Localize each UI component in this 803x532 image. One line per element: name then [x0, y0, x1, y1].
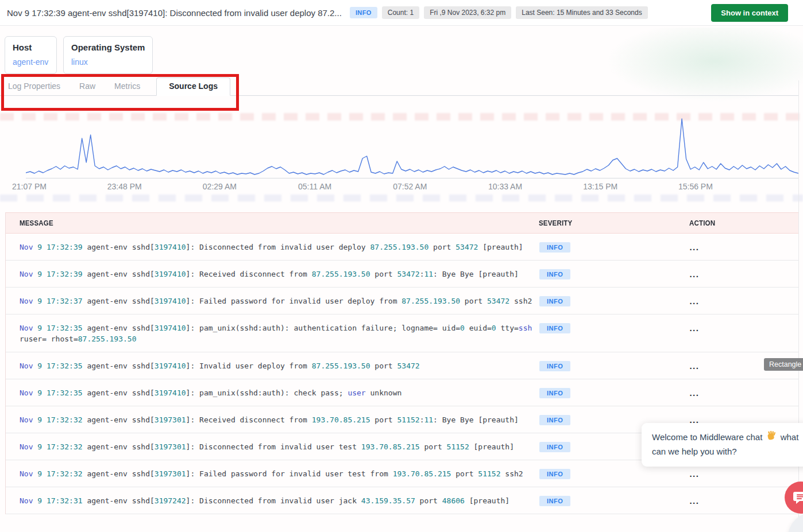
rectangle-tooltip: Rectangle — [764, 358, 803, 371]
event-title: Nov 9 17:32:39 agent-env sshd[3197410]: … — [7, 8, 342, 18]
wave-emoji-icon — [766, 430, 777, 445]
column-header-severity: SEVERITY — [539, 219, 678, 227]
source-logs-table: MESSAGE SEVERITY ACTION Nov 9 17:32:39 a… — [5, 212, 798, 514]
tab-source-logs[interactable]: Source Logs — [156, 77, 230, 96]
os-card-value[interactable]: linux — [71, 57, 145, 67]
chat-bubble-icon — [793, 490, 803, 505]
log-message: Nov 9 17:32:39 agent-env sshd[3197410]: … — [6, 269, 539, 279]
chart-x-axis-labels: 21:07 PM23:48 PM02:29 AM05:11 AM07:52 AM… — [0, 182, 803, 191]
table-row: Nov 9 17:32:31 agent-env sshd[3197242]: … — [6, 487, 798, 514]
axis-tick-label: 21:07 PM — [12, 182, 47, 191]
log-volume-chart — [26, 114, 798, 178]
log-message: Nov 9 17:32:32 agent-env sshd[3197301]: … — [6, 468, 539, 479]
log-message: Nov 9 17:32:35 agent-env sshd[3197410]: … — [6, 387, 539, 398]
log-detail-panel: Nov 9 17:32:39 agent-env sshd[3197410]: … — [0, 0, 803, 532]
axis-tick-label: 07:52 AM — [393, 182, 427, 191]
row-actions-menu-button[interactable]: ... — [689, 269, 699, 279]
tab-log-properties[interactable]: Log Properties — [8, 78, 60, 95]
table-row: Nov 9 17:32:35 agent-env sshd[3197410]: … — [6, 314, 798, 352]
log-volume-sparkline — [26, 114, 798, 178]
log-message: Nov 9 17:32:39 agent-env sshd[3197410]: … — [6, 242, 539, 253]
row-actions-menu-button[interactable]: ... — [689, 496, 699, 506]
os-card: Operating System linux — [63, 36, 153, 74]
detail-tabs: Log PropertiesRawMetricsSource Logs — [0, 79, 798, 96]
severity-badge: INFO — [539, 323, 570, 333]
chat-welcome-bubble[interactable]: Welcome to Middleware chat what can we h… — [642, 423, 803, 467]
severity-badge: INFO — [539, 269, 570, 279]
row-actions-menu-button[interactable]: ... — [689, 361, 699, 371]
severity-badge: INFO — [539, 415, 570, 425]
ghost-artifact-strip — [0, 195, 803, 201]
row-actions-menu-button[interactable]: ... — [689, 323, 699, 333]
table-row: Nov 9 17:32:39 agent-env sshd[3197410]: … — [6, 261, 798, 288]
log-message: Nov 9 17:32:32 agent-env sshd[3197301]: … — [6, 414, 539, 425]
table-row: Nov 9 17:32:39 agent-env sshd[3197410]: … — [6, 234, 798, 261]
axis-tick-label: 02:29 AM — [203, 182, 237, 191]
row-actions-menu-button[interactable]: ... — [689, 296, 699, 306]
show-in-context-button[interactable]: Show in context — [711, 4, 788, 22]
chart-x-axis — [26, 178, 798, 178]
host-card-label: Host — [13, 42, 49, 52]
os-card-label: Operating System — [71, 42, 145, 52]
severity-badge: INFO — [539, 442, 570, 452]
column-header-action: ACTION — [678, 219, 798, 227]
severity-badge: INFO — [539, 242, 570, 253]
table-row: Nov 9 17:32:35 agent-env sshd[3197410]: … — [6, 379, 798, 406]
log-message: Nov 9 17:32:31 agent-env sshd[3197242]: … — [6, 495, 539, 506]
row-actions-menu-button[interactable]: ... — [689, 469, 699, 479]
axis-tick-label: 13:15 PM — [583, 182, 617, 191]
axis-tick-label: 15:56 PM — [678, 182, 713, 191]
last-seen-badge: Last Seen: 15 Minutes and 33 Seconds — [516, 6, 647, 19]
host-card: Host agent-env — [5, 36, 57, 74]
table-row: Nov 9 17:32:35 agent-env sshd[3197410]: … — [6, 352, 798, 379]
axis-tick-label: 05:11 AM — [298, 182, 331, 191]
log-message: Nov 9 17:32:37 agent-env sshd[3197410]: … — [6, 296, 539, 306]
table-row: Nov 9 17:32:37 agent-env sshd[3197410]: … — [6, 288, 798, 314]
severity-badge: INFO — [539, 496, 570, 506]
log-message: Nov 9 17:32:35 agent-env sshd[3197410]: … — [6, 323, 539, 344]
date-badge: Fri ,9 Nov 2023, 6:32 pm — [424, 6, 511, 19]
info-cards: Host agent-env Operating System linux — [5, 36, 153, 74]
chat-avatar-placeholder — [788, 512, 803, 532]
row-actions-menu-button[interactable]: ... — [689, 388, 699, 398]
severity-badge: INFO — [539, 361, 570, 371]
host-card-value[interactable]: agent-env — [13, 57, 49, 67]
tab-metrics[interactable]: Metrics — [114, 78, 140, 95]
table-header-row: MESSAGE SEVERITY ACTION — [6, 212, 798, 234]
severity-badge: INFO — [350, 7, 377, 18]
log-message: Nov 9 17:32:32 agent-env sshd[3197301]: … — [6, 441, 539, 452]
chat-message-part1: Welcome to Middleware chat — [652, 432, 762, 442]
axis-tick-label: 23:48 PM — [107, 182, 142, 191]
column-header-message: MESSAGE — [6, 219, 539, 227]
row-actions-menu-button[interactable]: ... — [689, 242, 699, 252]
count-badge: Count: 1 — [382, 6, 419, 19]
severity-badge: INFO — [539, 296, 570, 306]
tab-raw[interactable]: Raw — [79, 78, 95, 95]
severity-badge: INFO — [539, 388, 570, 398]
log-message: Nov 9 17:32:35 agent-env sshd[3197410]: … — [6, 360, 539, 371]
severity-badge: INFO — [539, 469, 570, 479]
event-badges: INFO Count: 1 Fri ,9 Nov 2023, 6:32 pm L… — [350, 6, 648, 19]
axis-tick-label: 10:33 AM — [488, 182, 522, 191]
event-summary-bar: Nov 9 17:32:39 agent-env sshd[3197410]: … — [0, 0, 803, 26]
